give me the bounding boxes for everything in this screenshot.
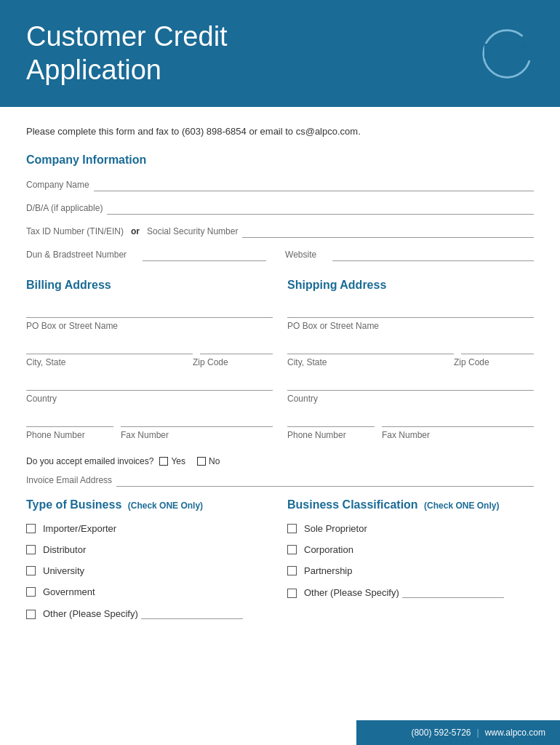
shipping-phone-fax-row bbox=[287, 413, 534, 427]
shipping-phone-fax-labels: Phone Number Fax Number bbox=[287, 430, 534, 440]
shipping-zip-input[interactable] bbox=[461, 340, 534, 354]
shipping-country-label: Country bbox=[287, 394, 534, 404]
footer-phone: (800) 592-5726 bbox=[411, 728, 471, 738]
yes-checkbox-item[interactable]: Yes bbox=[159, 456, 185, 466]
invoice-email-input[interactable] bbox=[116, 474, 534, 487]
type-label-4: Other (Please Specify) bbox=[43, 608, 138, 619]
header: Customer Credit Application ALPCO ® bbox=[0, 0, 560, 107]
type-checkbox-0[interactable] bbox=[26, 524, 36, 533]
type-label-3: Government bbox=[43, 586, 95, 597]
no-checkbox[interactable] bbox=[197, 457, 206, 466]
billing-po-label: PO Box or Street Name bbox=[26, 321, 273, 331]
class-item-0[interactable]: Sole Proprietor bbox=[287, 523, 534, 534]
class-checkbox-1[interactable] bbox=[287, 545, 297, 554]
class-label-3: Other (Please Specify) bbox=[304, 587, 399, 598]
class-item-2[interactable]: Partnership bbox=[287, 565, 534, 576]
dun-input[interactable] bbox=[143, 248, 266, 261]
website-input[interactable] bbox=[332, 248, 534, 261]
class-item-3[interactable]: Other (Please Specify) bbox=[287, 586, 534, 598]
billing-country-input[interactable] bbox=[26, 376, 273, 391]
type-item-4[interactable]: Other (Please Specify) bbox=[26, 607, 273, 619]
yes-checkbox[interactable] bbox=[159, 457, 168, 466]
dba-label: D/B/A (if applicable) bbox=[26, 203, 103, 215]
footer-website: www.alpco.com bbox=[485, 728, 545, 738]
type-checkbox-1[interactable] bbox=[26, 545, 36, 554]
shipping-fax-input[interactable] bbox=[382, 413, 534, 427]
invoice-question-row: Do you accept emailed invoices? Yes No bbox=[26, 456, 534, 466]
shipping-phone-input[interactable] bbox=[287, 413, 375, 427]
no-checkbox-item[interactable]: No bbox=[197, 456, 220, 466]
classification-header: Business Classification (Check ONE Only) bbox=[287, 498, 534, 511]
tax-id-input[interactable] bbox=[242, 225, 534, 238]
ssn-label: Social Security Number bbox=[147, 226, 238, 238]
type-other-input[interactable] bbox=[141, 607, 243, 619]
tax-or-label: or bbox=[131, 226, 140, 238]
class-item-1[interactable]: Corporation bbox=[287, 544, 534, 555]
type-checkbox-3[interactable] bbox=[26, 587, 36, 597]
class-checkbox-3[interactable] bbox=[287, 589, 297, 598]
billing-fax-label: Fax Number bbox=[121, 430, 273, 440]
intro-text: Please complete this form and fax to (60… bbox=[26, 124, 534, 139]
dun-label: Dun & Bradstreet Number bbox=[26, 250, 127, 261]
shipping-address-col: Shipping Address PO Box or Street Name C… bbox=[287, 274, 534, 449]
type-item-2[interactable]: University bbox=[26, 565, 273, 576]
page-title: Customer Credit Application bbox=[26, 20, 317, 87]
type-title: Type of Business bbox=[26, 498, 121, 511]
shipping-city-zip-row bbox=[287, 340, 534, 354]
billing-phone-input[interactable] bbox=[26, 413, 113, 427]
class-checkbox-0[interactable] bbox=[287, 524, 297, 533]
shipping-po-label: PO Box or Street Name bbox=[287, 321, 534, 331]
shipping-country-input[interactable] bbox=[287, 376, 534, 391]
billing-fax-input[interactable] bbox=[121, 413, 273, 427]
classification-subtitle: (Check ONE Only) bbox=[424, 501, 499, 511]
type-item-0[interactable]: Importer/Exporter bbox=[26, 523, 273, 534]
type-item-1[interactable]: Distributor bbox=[26, 544, 273, 555]
billing-address-col: Billing Address PO Box or Street Name Ci… bbox=[26, 274, 273, 449]
billing-city-zip-row bbox=[26, 340, 273, 354]
shipping-po-input[interactable] bbox=[287, 303, 534, 318]
type-checkbox-2[interactable] bbox=[26, 566, 36, 575]
classification-title: Business Classification bbox=[287, 498, 418, 511]
invoice-section: Do you accept emailed invoices? Yes No I… bbox=[26, 456, 534, 487]
shipping-phone-label: Phone Number bbox=[287, 430, 375, 440]
address-section: Billing Address PO Box or Street Name Ci… bbox=[26, 274, 534, 449]
business-classification-col: Business Classification (Check ONE Only)… bbox=[287, 498, 534, 629]
footer-separator: | bbox=[477, 728, 479, 738]
shipping-city-input[interactable] bbox=[287, 340, 454, 354]
class-label-1: Corporation bbox=[304, 544, 353, 555]
billing-phone-label: Phone Number bbox=[26, 430, 113, 440]
classification-section: Type of Business (Check ONE Only) Import… bbox=[26, 498, 534, 629]
website-label: Website bbox=[285, 250, 316, 261]
shipping-zip-label: Zip Code bbox=[454, 357, 534, 367]
billing-city-label: City, State bbox=[26, 357, 193, 367]
type-subtitle: (Check ONE Only) bbox=[128, 501, 203, 511]
class-other-input[interactable] bbox=[402, 586, 504, 598]
billing-po-input[interactable] bbox=[26, 303, 273, 318]
alpco-logo: ALPCO ® bbox=[447, 21, 534, 87]
type-label-0: Importer/Exporter bbox=[43, 523, 116, 534]
class-label-0: Sole Proprietor bbox=[304, 523, 367, 534]
shipping-city-label: City, State bbox=[287, 357, 454, 367]
type-item-3[interactable]: Government bbox=[26, 586, 273, 597]
billing-phone-fax-labels: Phone Number Fax Number bbox=[26, 430, 273, 440]
dun-website-row: Dun & Bradstreet Number Website bbox=[26, 248, 534, 261]
type-of-business-col: Type of Business (Check ONE Only) Import… bbox=[26, 498, 273, 629]
billing-country-label: Country bbox=[26, 394, 273, 404]
page: Customer Credit Application ALPCO ® Plea… bbox=[0, 0, 560, 745]
footer: (800) 592-5726 | www.alpco.com bbox=[356, 720, 560, 745]
content: Please complete this form and fax to (60… bbox=[0, 107, 560, 651]
class-checkbox-2[interactable] bbox=[287, 566, 297, 575]
invoice-email-label: Invoice Email Address bbox=[26, 475, 112, 487]
type-checkbox-4[interactable] bbox=[26, 610, 36, 619]
billing-title: Billing Address bbox=[26, 279, 273, 292]
shipping-title: Shipping Address bbox=[287, 279, 534, 292]
company-name-input[interactable] bbox=[94, 178, 534, 191]
tax-id-label: Tax ID Number (TIN/EIN) bbox=[26, 226, 124, 238]
dba-input[interactable] bbox=[107, 202, 534, 215]
svg-text:®: ® bbox=[521, 41, 526, 48]
billing-city-input[interactable] bbox=[26, 340, 193, 354]
billing-zip-input[interactable] bbox=[200, 340, 273, 354]
class-label-2: Partnership bbox=[304, 565, 352, 576]
no-label: No bbox=[209, 456, 220, 466]
company-name-label: Company Name bbox=[26, 180, 89, 191]
